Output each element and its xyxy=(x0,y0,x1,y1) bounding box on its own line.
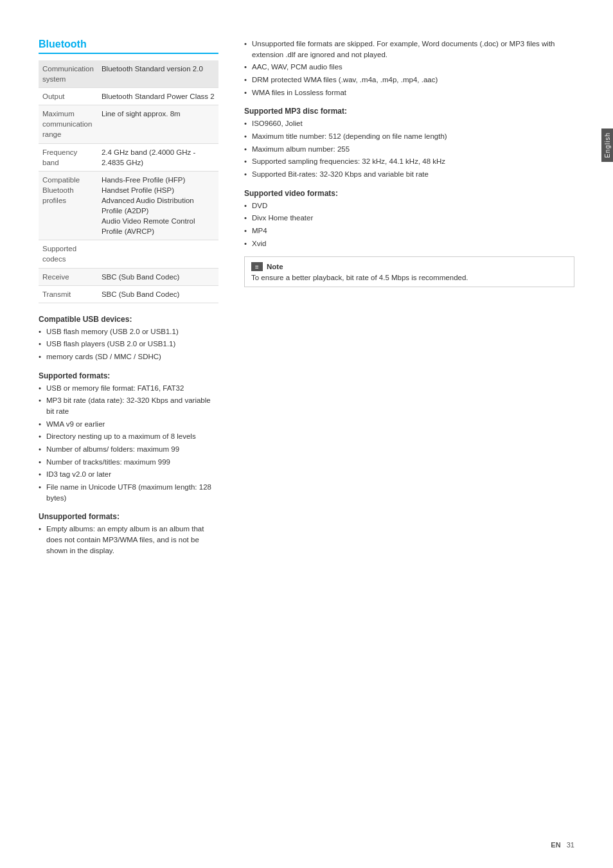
table-cell-value xyxy=(98,240,218,268)
table-cell-label: Supported codecs xyxy=(39,240,98,268)
list-item: File name in Unicode UTF8 (maximum lengt… xyxy=(39,482,218,503)
table-cell-label: Transmit xyxy=(39,285,98,303)
right-section: Unsupported file formats are skipped. Fo… xyxy=(244,39,574,98)
page: English Bluetooth Communication systemBl… xyxy=(0,0,613,868)
table-cell-label: Output xyxy=(39,88,98,105)
bullet-list: Empty albums: an empty album is an album… xyxy=(39,524,218,556)
note-box: Note To ensure a better playback, bit ra… xyxy=(244,256,574,287)
subsection-title: Supported MP3 disc format: xyxy=(244,107,574,116)
page-number-prefix: EN xyxy=(551,841,560,849)
sidebar-english: English xyxy=(601,128,613,162)
list-item: Empty albums: an empty album is an album… xyxy=(39,524,218,556)
list-item: Directory nesting up to a maximum of 8 l… xyxy=(39,431,218,442)
note-text: To ensure a better playback, bit rate of… xyxy=(251,274,567,281)
table-cell-label: Frequency band xyxy=(39,143,98,171)
list-item: MP3 bit rate (data rate): 32-320 Kbps an… xyxy=(39,395,218,416)
list-item: Divx Home theater xyxy=(244,213,574,224)
bullet-list: USB flash memory (USB 2.0 or USB1.1)USB … xyxy=(39,326,218,362)
list-item: MP4 xyxy=(244,226,574,236)
table-row: OutputBluetooth Standard Power Class 2 xyxy=(39,88,218,105)
list-item: Number of tracks/titles: maximum 999 xyxy=(39,457,218,468)
table-cell-label: Receive xyxy=(39,268,98,285)
list-item: USB flash players (USB 2.0 or USB1.1) xyxy=(39,339,218,350)
page-number-value: 31 xyxy=(567,841,574,849)
left-section: Compatible USB devices:USB flash memory … xyxy=(39,315,218,362)
table-row: Maximum communication rangeLine of sight… xyxy=(39,105,218,143)
list-item: Maximum album number: 255 xyxy=(244,144,574,155)
list-item: Maximum title number: 512 (depending on … xyxy=(244,131,574,142)
right-section: Supported video formats:DVDDivx Home the… xyxy=(244,189,574,249)
bullet-list: ISO9660, JolietMaximum title number: 512… xyxy=(244,118,574,179)
bullet-list: USB or memory file format: FAT16, FAT32M… xyxy=(39,383,218,504)
list-item: DVD xyxy=(244,200,574,211)
sidebar-english-label: English xyxy=(604,132,611,158)
table-row: Communication systemBluetooth Standard v… xyxy=(39,60,218,88)
list-item: USB flash memory (USB 2.0 or USB1.1) xyxy=(39,326,218,337)
table-row: Compatible Bluetooth profilesHands-Free … xyxy=(39,171,218,240)
left-section: Supported formats:USB or memory file for… xyxy=(39,371,218,504)
list-item: memory cards (SD / MMC / SDHC) xyxy=(39,351,218,362)
note-icon xyxy=(251,262,263,271)
list-item: Supported sampling frequencies: 32 kHz, … xyxy=(244,156,574,167)
table-cell-label: Compatible Bluetooth profiles xyxy=(39,171,98,240)
bullet-list: Unsupported file formats are skipped. Fo… xyxy=(244,39,574,98)
table-row: Frequency band2.4 GHz band (2.4000 GHz -… xyxy=(39,143,218,171)
list-item: ISO9660, Joliet xyxy=(244,118,574,129)
list-item: Unsupported file formats are skipped. Fo… xyxy=(244,39,574,60)
list-item: DRM protected WMA files (.wav, .m4a, .m4… xyxy=(244,75,574,85)
table-cell-label: Communication system xyxy=(39,60,98,88)
subsection-title: Supported video formats: xyxy=(244,189,574,198)
left-column: Bluetooth Communication systemBluetooth … xyxy=(39,39,218,829)
table-cell-value: Hands-Free Profile (HFP) Handset Profile… xyxy=(98,171,218,240)
subsection-title: Supported formats: xyxy=(39,371,218,380)
subsection-title: Compatible USB devices: xyxy=(39,315,218,324)
right-sections: Unsupported file formats are skipped. Fo… xyxy=(244,39,574,249)
table-cell-label: Maximum communication range xyxy=(39,105,98,143)
bullet-list: DVDDivx Home theaterMP4Xvid xyxy=(244,200,574,249)
left-sections: Compatible USB devices:USB flash memory … xyxy=(39,315,218,556)
list-item: USB or memory file format: FAT16, FAT32 xyxy=(39,383,218,394)
list-item: AAC, WAV, PCM audio files xyxy=(244,62,574,73)
left-section: Unsupported formats:Empty albums: an emp… xyxy=(39,512,218,556)
note-title: Note xyxy=(267,263,283,270)
list-item: WMA files in Lossless format xyxy=(244,87,574,98)
section-title: Bluetooth xyxy=(39,39,218,54)
table-row: ReceiveSBC (Sub Band Codec) xyxy=(39,268,218,285)
table-cell-value: SBC (Sub Band Codec) xyxy=(98,268,218,285)
table-cell-value: Line of sight approx. 8m xyxy=(98,105,218,143)
table-row: Supported codecs xyxy=(39,240,218,268)
table-cell-value: SBC (Sub Band Codec) xyxy=(98,285,218,303)
list-item: WMA v9 or earlier xyxy=(39,419,218,430)
subsection-title: Unsupported formats: xyxy=(39,512,218,521)
note-header: Note xyxy=(251,262,567,271)
table-row: TransmitSBC (Sub Band Codec) xyxy=(39,285,218,303)
list-item: Xvid xyxy=(244,238,574,249)
spec-table: Communication systemBluetooth Standard v… xyxy=(39,60,218,303)
right-column: Unsupported file formats are skipped. Fo… xyxy=(244,39,574,829)
page-number: EN 31 xyxy=(551,841,574,849)
list-item: Supported Bit-rates: 32-320 Kbps and var… xyxy=(244,169,574,180)
list-item: ID3 tag v2.0 or later xyxy=(39,469,218,480)
table-cell-value: 2.4 GHz band (2.4000 GHz - 2.4835 GHz) xyxy=(98,143,218,171)
list-item: Number of albums/ folders: maximum 99 xyxy=(39,444,218,455)
table-cell-value: Bluetooth Standard Power Class 2 xyxy=(98,88,218,105)
table-cell-value: Bluetooth Standard version 2.0 xyxy=(98,60,218,88)
right-section: Supported MP3 disc format:ISO9660, Jolie… xyxy=(244,107,574,179)
